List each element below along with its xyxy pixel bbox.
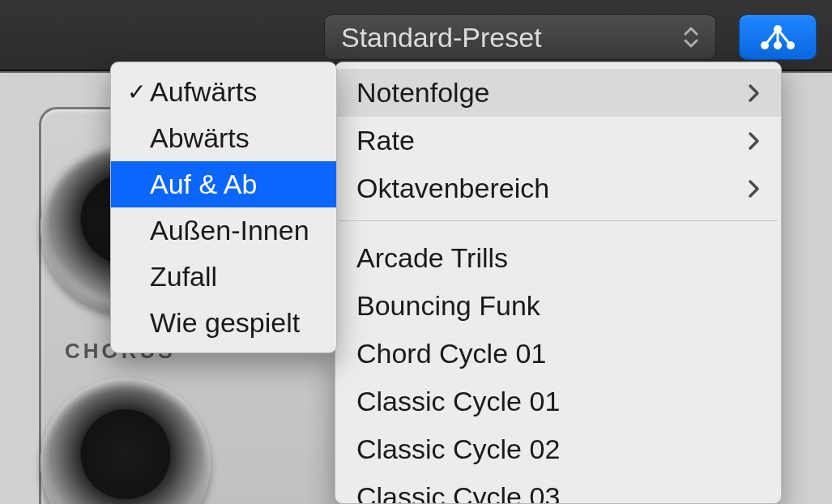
preset-dropdown[interactable]: Standard-Preset: [324, 15, 716, 60]
menu-item-label: Oktavenbereich: [356, 173, 747, 204]
submenu-item[interactable]: Abwärts: [111, 115, 336, 161]
submenu-item[interactable]: Auf & Ab: [111, 161, 336, 207]
preset-item[interactable]: Chord Cycle 01: [335, 330, 781, 378]
menu-separator: [339, 220, 778, 221]
check-icon: ✓: [122, 79, 150, 105]
network-icon: [758, 23, 797, 51]
preset-item-label: Bouncing Funk: [356, 290, 760, 322]
preset-dropdown-label: Standard-Preset: [341, 22, 542, 53]
submenu-item-label: Zufall: [150, 261, 320, 293]
submenu-item[interactable]: Zufall: [111, 254, 336, 300]
preset-item[interactable]: Classic Cycle 03: [335, 473, 781, 504]
chevron-right-icon: [747, 83, 760, 104]
notenfolge-submenu[interactable]: ✓AufwärtsAbwärtsAuf & AbAußen-InnenZufal…: [110, 62, 337, 353]
preset-item-label: Classic Cycle 02: [356, 434, 760, 465]
chevron-right-icon: [747, 130, 760, 152]
submenu-item[interactable]: ✓Aufwärts: [111, 69, 336, 115]
submenu-item[interactable]: Außen-Innen: [111, 207, 336, 254]
submenu-item-label: Abwärts: [150, 122, 320, 154]
menu-item-notenfolge[interactable]: Notenfolge: [335, 69, 781, 117]
preset-item-label: Arcade Trills: [356, 242, 760, 274]
submenu-item[interactable]: Wie gespielt: [111, 300, 336, 346]
preset-item-label: Classic Cycle 03: [356, 481, 760, 504]
submenu-item-label: Wie gespielt: [150, 307, 320, 339]
preset-item[interactable]: Arcade Trills: [335, 234, 781, 282]
submenu-item-label: Auf & Ab: [150, 169, 320, 200]
toolbar: Standard-Preset: [0, 0, 832, 71]
menu-item-label: Rate: [356, 125, 747, 156]
preset-item[interactable]: Classic Cycle 01: [335, 378, 781, 425]
preset-menu[interactable]: NotenfolgeRateOktavenbereichArcade Trill…: [335, 62, 782, 504]
preset-item[interactable]: Bouncing Funk: [335, 282, 781, 330]
preset-item-label: Chord Cycle 01: [356, 338, 760, 369]
share-button[interactable]: [739, 15, 817, 60]
preset-item[interactable]: Classic Cycle 02: [335, 425, 781, 473]
preset-item-label: Classic Cycle 01: [356, 386, 760, 417]
submenu-item-label: Aufwärts: [150, 76, 320, 108]
submenu-item-label: Außen-Innen: [150, 215, 320, 246]
menu-item-label: Notenfolge: [356, 77, 747, 109]
chevron-right-icon: [747, 178, 760, 199]
menu-item-rate[interactable]: Rate: [335, 117, 781, 164]
menu-item-oktavenbereich[interactable]: Oktavenbereich: [335, 164, 781, 212]
updown-chevron-icon: [683, 25, 699, 49]
